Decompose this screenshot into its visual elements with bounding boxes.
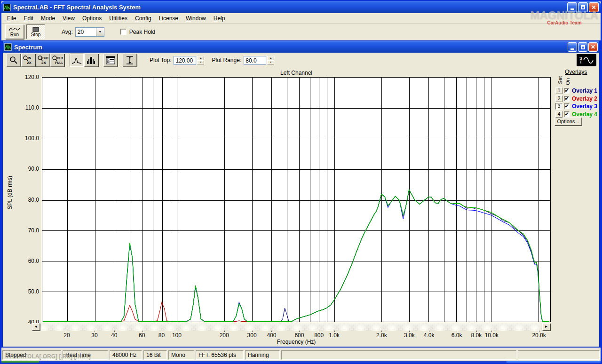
close-icon: ✕ xyxy=(591,5,596,10)
overlay-on-checkbox-3[interactable]: ✔ xyxy=(564,103,570,109)
plot-top-spin-down[interactable]: ▼ xyxy=(197,60,204,64)
overlay-label-3: Overlay 3 xyxy=(572,103,597,110)
menu-utilities[interactable]: Utilities xyxy=(105,14,131,23)
plot-scroll-left-button[interactable]: ◄ xyxy=(32,323,40,331)
overlay-label-4: Overlay 4 xyxy=(572,111,597,118)
avg-combo[interactable]: 20 ▼ xyxy=(75,27,104,37)
main-toolbar: Run Stop Avg: 20 ▼ Peak Hold xyxy=(1,24,601,40)
overlay-curve-3 xyxy=(43,190,549,322)
overlay-rows: 1✔Overlay 12✔Overlay 23✔Overlay 34✔Overl… xyxy=(555,87,597,118)
menu-mode[interactable]: Mode xyxy=(37,14,59,23)
status-segment-empty-8 xyxy=(518,350,600,360)
zoom-out-2x-button[interactable]: OUT2X xyxy=(36,54,50,67)
overlays-set-label: Set xyxy=(557,76,563,84)
vertical-scale-button[interactable] xyxy=(123,54,137,67)
overlay-on-checkbox-2[interactable]: ✔ xyxy=(564,96,570,102)
menu-config[interactable]: Config xyxy=(131,14,155,23)
overlays-heading: Overlays xyxy=(565,69,602,75)
x-tick-label: 300 xyxy=(247,332,257,339)
menu-window[interactable]: Window xyxy=(182,14,210,23)
plot-top-label: Plot Top: xyxy=(150,57,171,63)
run-button[interactable]: Run xyxy=(5,24,24,39)
x-tick-label: 600 xyxy=(294,332,304,339)
spectrum-icon xyxy=(4,43,12,51)
menu-edit[interactable]: Edit xyxy=(20,14,37,23)
plot-range-spin-up[interactable]: ▲ xyxy=(267,56,274,60)
window-title: SpectraLAB - FFT Spectral Analysis Syste… xyxy=(13,4,566,11)
zoom-in-2x-button[interactable]: IN2X xyxy=(21,54,35,67)
close-button[interactable]: ✕ xyxy=(589,2,599,12)
stop-button[interactable]: Stop xyxy=(26,24,45,39)
taskbar-sliver-light xyxy=(507,361,601,363)
plot-range-field-group: 80.0 ▲ ▼ xyxy=(244,56,274,65)
line-plot-button[interactable] xyxy=(70,54,84,67)
menu-view[interactable]: View xyxy=(59,14,79,23)
plot-top-spin-up[interactable]: ▲ xyxy=(197,56,204,60)
overlay-set-button-3[interactable]: 3 xyxy=(555,103,562,110)
overlay-set-button-1[interactable]: 1 xyxy=(555,87,562,94)
zoom-out-full-button[interactable]: OUTFULL xyxy=(50,54,64,67)
plot-range-input[interactable]: 80.0 xyxy=(244,56,266,65)
overlays-options-button[interactable]: Options... xyxy=(554,118,582,126)
plot-top-input[interactable]: 120.00 xyxy=(174,56,196,65)
avg-label: Avg: xyxy=(62,29,73,35)
zoom-in-2x-icon: IN2X xyxy=(23,55,34,65)
overlay-label-2: Overlay 2 xyxy=(572,95,597,102)
overlay-curve-1 xyxy=(43,190,549,322)
x-tick-label: 2.0k xyxy=(376,332,387,339)
curve-icon xyxy=(71,55,82,65)
status-segment-real-time: Real Time xyxy=(63,350,108,360)
menu-options[interactable]: Options xyxy=(79,14,105,23)
main-titlebar: SpectraLAB - FFT Spectral Analysis Syste… xyxy=(1,1,601,13)
spectrum-close-button[interactable]: ✕ xyxy=(588,42,598,52)
x-tick-label: 6.0k xyxy=(452,332,462,339)
x-tick-label: 60 xyxy=(139,332,145,339)
minimize-button[interactable] xyxy=(567,2,577,12)
x-tick-label: 3.0k xyxy=(404,332,415,339)
peak-hold-label: Peak Hold xyxy=(129,29,155,35)
status-segment-fft-65536-pts: FFT: 65536 pts xyxy=(196,350,244,360)
overlays-panel: Overlays Set On 1✔Overlay 12✔Overlay 23✔… xyxy=(554,69,602,75)
overlay-curve-2 xyxy=(43,190,549,322)
x-axis-label: Frequency (Hz) xyxy=(42,339,551,345)
maximize-button[interactable] xyxy=(578,2,588,12)
status-segment-stopped: Stopped xyxy=(2,350,61,360)
menu-help[interactable]: Help xyxy=(210,14,229,23)
minimize-icon xyxy=(570,48,574,50)
spectrum-minimize-button[interactable] xyxy=(568,42,577,52)
sine-wave-icon xyxy=(583,56,594,64)
x-tick-label: 20.0k xyxy=(532,332,546,339)
zoom-out-2x-icon: OUT2X xyxy=(37,55,48,65)
overlay-row-4: 4✔Overlay 4 xyxy=(555,111,597,119)
zoom-button[interactable] xyxy=(7,54,21,67)
y-tick-label: 90.0 xyxy=(18,166,39,172)
spectrum-window: Spectrum ✕ IN2X xyxy=(2,41,600,348)
spectrum-time-toggle[interactable]: ST xyxy=(577,54,596,66)
avg-dropdown-button[interactable]: ▼ xyxy=(96,28,104,36)
overlays-on-label: On xyxy=(565,78,570,85)
overlay-set-button-2[interactable]: 2 xyxy=(555,95,562,102)
svg-text:OUT: OUT xyxy=(57,56,63,60)
overlay-on-checkbox-1[interactable]: ✔ xyxy=(564,88,570,94)
overlay-on-checkbox-4[interactable]: ✔ xyxy=(564,111,570,117)
maximize-icon xyxy=(581,45,585,49)
x-tick-label: 40 xyxy=(111,332,117,339)
plot-range-spin-down[interactable]: ▼ xyxy=(267,60,274,64)
list-options-icon xyxy=(105,55,116,65)
options-dialog-button[interactable] xyxy=(103,54,118,67)
peak-hold-checkbox[interactable] xyxy=(120,29,127,35)
app-icon xyxy=(3,4,11,11)
magnifier-icon xyxy=(9,55,18,65)
svg-text:OUT: OUT xyxy=(42,56,48,60)
bottom-strip xyxy=(1,361,601,363)
spectrum-maximize-button[interactable] xyxy=(578,42,587,52)
menu-license[interactable]: License xyxy=(155,14,182,23)
overlay-row-2: 2✔Overlay 2 xyxy=(555,95,597,103)
overlay-set-button-4[interactable]: 4 xyxy=(555,111,562,118)
plot-scrollbar-track[interactable] xyxy=(40,323,541,331)
menu-file[interactable]: File xyxy=(3,14,20,23)
y-tick-label: 60.0 xyxy=(18,258,39,264)
bar-plot-button[interactable] xyxy=(84,54,98,67)
spectrum-plot xyxy=(42,77,551,322)
plot-scroll-right-button[interactable]: ► xyxy=(542,323,550,331)
